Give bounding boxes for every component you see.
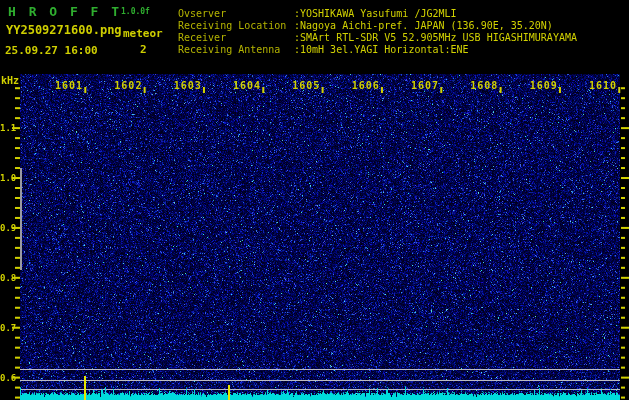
info-row-location: Receiving Location :Nagoya Aichi-pref. J… [0, 20, 629, 31]
location-label: Receiving Location [178, 20, 286, 31]
freq-tick-label: 0.8 [0, 273, 15, 283]
observer-value: :YOSHIKAWA Yasufumi /JG2MLI [294, 8, 457, 19]
location-value: :Nagoya Aichi-pref. JAPAN (136.90E, 35.2… [294, 20, 553, 31]
time-tick-label: 1603 [174, 81, 202, 91]
time-tick-label: 1604 [233, 81, 261, 91]
time-tick-label: 1609 [530, 81, 558, 91]
freq-tick-label: 1.1 [0, 123, 15, 133]
info-row-antenna: Receiving Antenna :10mH 3el.YAGI Horizon… [0, 44, 629, 55]
time-tick-label: 1605 [292, 81, 320, 91]
freq-tick-label: 0.9 [0, 223, 15, 233]
observer-label: Ovserver [178, 8, 226, 19]
time-tick-label: 1607 [411, 81, 439, 91]
time-tick-label: 1606 [352, 81, 380, 91]
freq-tick-label: 0.6 [0, 373, 15, 383]
freq-tick-label: 1.0 [0, 173, 15, 183]
spectrogram-canvas [0, 0, 629, 400]
time-tick-label: 1608 [470, 81, 498, 91]
time-tick-label: 1602 [114, 81, 142, 91]
info-row-observer: Ovserver :YOSHIKAWA Yasufumi /JG2MLI [0, 8, 629, 19]
antenna-value: :10mH 3el.YAGI Horizontal:ENE [294, 44, 469, 55]
time-tick-label: 1610 [589, 81, 617, 91]
receiver-label: Receiver [178, 32, 226, 43]
time-tick-label: 1601 [55, 81, 83, 91]
antenna-label: Receiving Antenna [178, 44, 280, 55]
hrofft-output-screen: H R O F F T 1.0.0f YY2509271600.png mete… [0, 0, 629, 400]
info-row-receiver: Receiver :SMArt RTL-SDR V5 52.905MHz USB… [0, 32, 629, 43]
y-axis-unit-label: kHz [1, 75, 19, 86]
receiver-value: :SMArt RTL-SDR V5 52.905MHz USB HIGASHIM… [294, 32, 577, 43]
freq-tick-label: 0.7 [0, 323, 15, 333]
